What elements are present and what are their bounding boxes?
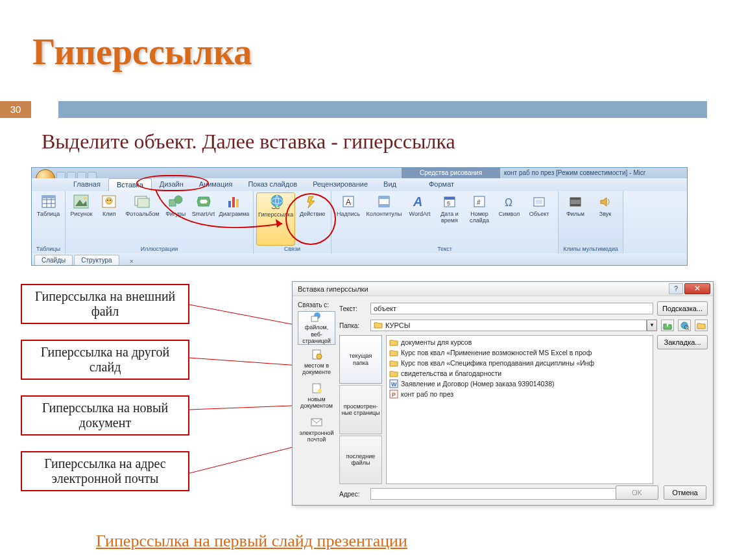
slide-title: Гиперссылка bbox=[32, 31, 252, 73]
svg-point-11 bbox=[107, 200, 108, 201]
dialog-close-button[interactable]: ✕ bbox=[684, 283, 710, 294]
tab-format[interactable]: Формат bbox=[421, 178, 462, 191]
folder-combo[interactable]: КУРСЫ bbox=[370, 320, 647, 331]
btn-label: Гиперссылка bbox=[258, 211, 293, 218]
btn-action[interactable]: Действие bbox=[296, 192, 328, 246]
btn-movie[interactable]: Фильм bbox=[561, 192, 590, 246]
hyperlink-icon bbox=[268, 194, 283, 210]
btn-clip[interactable]: Клип bbox=[96, 192, 123, 246]
list-item[interactable]: Курс пов квал «Применение возможностей M… bbox=[388, 347, 651, 358]
btn-shapes[interactable]: Фигуры bbox=[162, 192, 189, 246]
dialog-title: Вставка гиперссылки bbox=[298, 285, 669, 293]
list-item[interactable]: Pконт раб по през bbox=[388, 389, 651, 399]
btn-sound[interactable]: Звук bbox=[591, 192, 620, 246]
view-recent-files[interactable]: последние файлы bbox=[339, 436, 382, 484]
dialog-help-button[interactable]: ? bbox=[669, 283, 683, 294]
chart-icon bbox=[226, 194, 242, 209]
table-icon bbox=[41, 194, 56, 209]
btn-chart[interactable]: Диаграмма bbox=[218, 192, 250, 246]
callout-new-document: Гиперссылка на новый документ bbox=[21, 395, 189, 436]
wordart-icon: A bbox=[412, 194, 427, 209]
linkopt-place-in-doc[interactable]: местом в документе bbox=[298, 345, 335, 379]
btn-photoalbum[interactable]: Фотоальбом bbox=[124, 192, 161, 246]
tab-home[interactable]: Главная bbox=[66, 178, 108, 191]
svg-rect-40 bbox=[570, 198, 581, 200]
btn-label: Действие bbox=[300, 211, 326, 217]
linkopt-new-doc[interactable]: новым документом bbox=[298, 379, 335, 412]
callout-external-file: Гиперссылка на внешний файл bbox=[21, 284, 189, 324]
list-item[interactable]: документы для курсов bbox=[388, 337, 651, 347]
btn-label: Номер слайда bbox=[466, 211, 492, 224]
folder-dropdown[interactable]: ▼ bbox=[647, 320, 657, 331]
clip-icon bbox=[101, 194, 117, 209]
svg-rect-5 bbox=[42, 196, 55, 198]
slidenumber-icon: # bbox=[472, 194, 487, 209]
svg-marker-42 bbox=[601, 198, 607, 206]
tab-design[interactable]: Дизайн bbox=[152, 178, 191, 191]
titlebar: Средства рисования конт раб по през [Реж… bbox=[32, 168, 687, 178]
btn-picture[interactable]: Рисунок bbox=[68, 192, 95, 246]
ppt-icon: P bbox=[389, 390, 398, 399]
up-folder-button[interactable] bbox=[661, 320, 674, 331]
cancel-button[interactable]: Отмена bbox=[664, 485, 706, 500]
view-current-folder[interactable]: текущая папка bbox=[339, 335, 382, 384]
list-item[interactable]: Курс пов квал «Специфика преподавания ди… bbox=[388, 358, 651, 368]
svg-point-8 bbox=[84, 197, 86, 200]
browse-file-button[interactable] bbox=[695, 320, 708, 331]
text-field[interactable]: объект bbox=[370, 303, 653, 314]
btn-label: Надпись bbox=[337, 211, 360, 217]
btn-label: Рисунок bbox=[70, 211, 92, 217]
svg-text:A: A bbox=[346, 198, 351, 207]
folder-icon bbox=[389, 358, 398, 368]
btn-headerfooter[interactable]: Колонтитулы bbox=[364, 192, 404, 246]
tooltip-button[interactable]: Подсказка... bbox=[657, 301, 708, 316]
file-list[interactable]: документы для курсов Курс пов квал «Прим… bbox=[386, 335, 653, 484]
address-label: Адрес: bbox=[339, 491, 367, 498]
dialog-titlebar: Вставка гиперссылки ? ✕ bbox=[293, 282, 713, 296]
btn-label: Фильм bbox=[566, 211, 584, 217]
svg-rect-28 bbox=[379, 196, 389, 199]
btn-label: Дата и время bbox=[437, 211, 463, 224]
btn-symbol[interactable]: ΩСимвол bbox=[495, 192, 523, 246]
list-item[interactable]: WЗаявление и Договор (Номер заказа 93901… bbox=[388, 379, 651, 389]
btn-textbox[interactable]: AНадпись bbox=[334, 192, 363, 246]
btn-slidenumber[interactable]: #Номер слайда bbox=[465, 192, 494, 246]
list-item[interactable]: свидетельства и благодарности bbox=[388, 368, 651, 379]
ok-button[interactable]: OK bbox=[616, 485, 658, 500]
btn-table[interactable]: Таблица bbox=[34, 192, 62, 246]
group-label: Иллюстрации bbox=[68, 246, 250, 253]
address-field[interactable] bbox=[370, 488, 643, 500]
tab-review[interactable]: Рецензирование bbox=[305, 178, 376, 191]
btn-label: Звук bbox=[599, 211, 611, 217]
btn-datetime[interactable]: 5Дата и время bbox=[435, 192, 464, 246]
tab-animation[interactable]: Анимация bbox=[191, 178, 241, 191]
svg-rect-19 bbox=[228, 201, 231, 207]
panel-tab-slides[interactable]: Слайды bbox=[34, 255, 73, 265]
view-browsed-pages[interactable]: просмотрен-ные страницы bbox=[339, 385, 382, 434]
btn-object[interactable]: Объект bbox=[525, 192, 553, 246]
panel-close[interactable]: × bbox=[126, 258, 138, 265]
tab-view[interactable]: Вид bbox=[376, 178, 404, 191]
tab-insert[interactable]: Вставка bbox=[108, 178, 152, 191]
panel-tab-outline[interactable]: Структура bbox=[74, 255, 119, 265]
linkopt-label: новым документом bbox=[300, 396, 333, 410]
bottom-hyperlink[interactable]: Гиперссылка на первый слайд презентации bbox=[96, 531, 407, 551]
btn-hyperlink[interactable]: Гиперссылка bbox=[256, 192, 295, 246]
shapes-icon bbox=[168, 194, 184, 209]
group-text: AНадпись Колонтитулы AWordArt 5Дата и вр… bbox=[331, 191, 559, 253]
browse-web-button[interactable] bbox=[678, 320, 691, 331]
svg-rect-14 bbox=[138, 198, 149, 207]
group-tables: Таблица Таблицы bbox=[32, 191, 66, 253]
dialog-right-buttons: Закладка... bbox=[657, 335, 708, 484]
dialog-main: Текст: объект Подсказка... Папка: КУРСЫ … bbox=[339, 301, 708, 500]
svg-marker-24 bbox=[307, 196, 315, 208]
svg-rect-20 bbox=[232, 197, 235, 207]
svg-point-51 bbox=[317, 354, 322, 359]
svg-text:P: P bbox=[392, 391, 396, 398]
linkopt-email[interactable]: электронной почтой bbox=[298, 412, 335, 446]
btn-smartart[interactable]: SmartArt bbox=[190, 192, 217, 246]
bookmark-button[interactable]: Закладка... bbox=[657, 335, 708, 349]
linkopt-file-web[interactable]: файлом, веб-страницей bbox=[298, 311, 335, 345]
btn-wordart[interactable]: AWordArt bbox=[405, 192, 434, 246]
tab-slideshow[interactable]: Показ слайдов bbox=[240, 178, 305, 191]
